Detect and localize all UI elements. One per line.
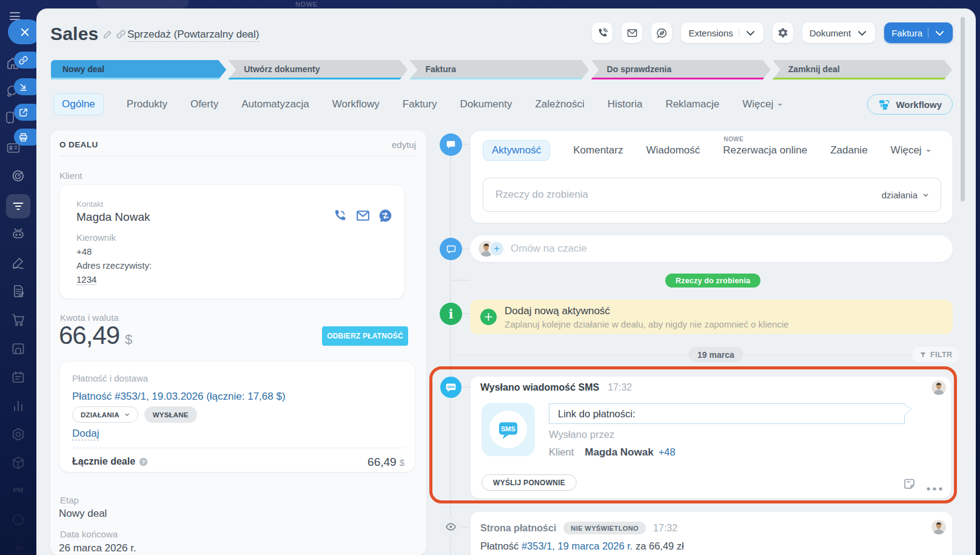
dzialania-dropdown[interactable]: działania bbox=[882, 190, 941, 200]
topbar-ghost-button bbox=[96, 0, 189, 8]
contact-name[interactable]: Magda Nowak bbox=[76, 210, 150, 224]
add-activity-banner[interactable]: Dodaj nową aktywność Zaplanuj kolejne dz… bbox=[470, 300, 953, 334]
date-separator[interactable]: 19 marca bbox=[688, 347, 743, 362]
contact-chat-button[interactable] bbox=[378, 208, 393, 223]
extra-icon-2[interactable] bbox=[11, 541, 25, 555]
tab-automatyzacja[interactable]: Automatyzacja bbox=[241, 98, 309, 110]
copy-title-link-icon[interactable] bbox=[116, 29, 126, 39]
filter-button[interactable]: FILTR bbox=[912, 347, 959, 362]
dokument-button[interactable]: Dokument bbox=[802, 22, 875, 43]
chevron-down-icon bbox=[856, 27, 868, 39]
settings-button[interactable] bbox=[773, 22, 793, 43]
stage-utworz-dokumenty[interactable]: Utwórz dokumenty bbox=[228, 60, 408, 79]
chat-lines-icon bbox=[378, 208, 393, 223]
chat-input[interactable] bbox=[511, 235, 941, 262]
collect-payment-button[interactable]: ODBIERZ PŁATNOŚĆ bbox=[322, 326, 408, 346]
cart-icon[interactable] bbox=[11, 312, 25, 327]
faktura-button[interactable]: Faktura bbox=[884, 22, 953, 43]
close-icon bbox=[19, 27, 30, 38]
page-entry-text: Płatność #353/1, 19 marca 2026 r. za 66,… bbox=[480, 540, 684, 552]
target-icon[interactable] bbox=[11, 169, 25, 183]
contact-phone-value[interactable]: +48 bbox=[76, 246, 92, 257]
todo-separator-pill[interactable]: Rzeczy do zrobienia bbox=[665, 274, 760, 288]
contact-email-button[interactable] bbox=[355, 208, 371, 223]
amount-currency: $ bbox=[125, 332, 132, 347]
tab-zaleznosci[interactable]: Zależności bbox=[535, 98, 584, 110]
tab-komentarz[interactable]: Komentarz bbox=[573, 144, 623, 156]
payment-link[interactable]: Płatność #353/1, 19.03.2026 (łącznie: 17… bbox=[72, 391, 286, 403]
dzialania-button[interactable]: DZIAŁANIA bbox=[72, 406, 138, 423]
tab-rezerwacja-online[interactable]: NOWERezerwacja online bbox=[723, 144, 807, 156]
stage-faktura[interactable]: Faktura bbox=[409, 60, 589, 79]
resend-button[interactable]: WYŚLIJ PONOWNIE bbox=[482, 474, 577, 491]
tab-zadanie[interactable]: Zadanie bbox=[830, 144, 867, 156]
tab-produkty[interactable]: Produkty bbox=[127, 98, 167, 110]
pipeline-selector[interactable]: Sprzedaż (Powtarzalny deal) bbox=[127, 28, 259, 42]
klient-phone-link[interactable]: +48 bbox=[659, 446, 676, 458]
envelope-icon bbox=[626, 27, 638, 39]
scrollbar-thumb[interactable] bbox=[961, 17, 965, 201]
tab-composer-wiecej[interactable]: Więcej bbox=[891, 144, 931, 156]
contract-icon[interactable] bbox=[11, 284, 25, 298]
dzialania-label: DZIAŁANIA bbox=[81, 411, 119, 419]
crm-icon[interactable] bbox=[11, 199, 25, 214]
extra-icon-1[interactable] bbox=[11, 513, 25, 527]
sms-entry-title: Wysłano wiadomość SMS bbox=[480, 382, 599, 393]
todo-input[interactable] bbox=[483, 189, 882, 201]
tab-workflowy[interactable]: Workflowy bbox=[332, 98, 380, 110]
email-button[interactable] bbox=[622, 22, 642, 43]
tab-dokumenty[interactable]: Dokumenty bbox=[460, 98, 512, 110]
storage-icon[interactable] bbox=[11, 341, 25, 356]
add-chat-user-button[interactable]: + bbox=[489, 241, 505, 257]
tab-reklamacje[interactable]: Reklamacje bbox=[665, 98, 719, 110]
tab-faktury[interactable]: Faktury bbox=[403, 98, 437, 110]
tab-wiadomosc[interactable]: Wiadomość bbox=[646, 144, 700, 156]
contact-call-button[interactable] bbox=[332, 208, 347, 223]
tab-historia[interactable]: Historia bbox=[608, 98, 643, 110]
extensions-button[interactable]: Extensions bbox=[681, 22, 763, 43]
payment-actions: DZIAŁANIA WYSŁANE bbox=[72, 406, 197, 423]
robot-icon[interactable] bbox=[11, 227, 25, 241]
pm-item[interactable]: PM bbox=[13, 486, 24, 494]
stage-zamknij-deal[interactable]: Zamknij deal bbox=[773, 60, 952, 79]
edit-link[interactable]: edytuj bbox=[392, 140, 416, 150]
stats-icon[interactable] bbox=[11, 399, 25, 413]
chevron-down-icon bbox=[745, 27, 756, 39]
wyslane-badge: WYSŁANE bbox=[144, 406, 197, 423]
edit-title-icon[interactable] bbox=[102, 29, 113, 39]
call-button[interactable] bbox=[592, 22, 612, 43]
help-icon[interactable]: ? bbox=[139, 457, 148, 466]
banner-title: Dodaj nową aktywność bbox=[505, 305, 610, 317]
payment-date-link[interactable]: 19 marca 2026 r. bbox=[558, 540, 633, 551]
filter-label: FILTR bbox=[930, 351, 952, 359]
workflow-button[interactable]: Workflowy bbox=[867, 94, 953, 115]
chevron-down-icon bbox=[926, 150, 931, 152]
envelope-icon bbox=[355, 208, 371, 223]
stage-do-sprawdzenia[interactable]: Do sprawdzenia bbox=[591, 60, 771, 79]
deal-tabs: Ogólne Produkty Oferty Automatyzacja Wor… bbox=[53, 93, 782, 116]
not-viewed-badge: NIE WYŚWIETLONO bbox=[563, 522, 646, 534]
tab-oferty[interactable]: Oferty bbox=[190, 98, 218, 110]
note-button[interactable] bbox=[903, 477, 916, 490]
tab-wiecej[interactable]: Więcej bbox=[742, 98, 782, 110]
hexagon-icon[interactable] bbox=[11, 427, 25, 442]
sign-icon[interactable] bbox=[11, 255, 25, 270]
chevron-down-icon bbox=[922, 192, 929, 198]
stage-underline bbox=[409, 78, 583, 79]
more-actions-button[interactable] bbox=[927, 482, 942, 486]
klient-name[interactable]: Magda Nowak bbox=[585, 446, 653, 459]
comment-icon bbox=[446, 140, 456, 150]
header-actions: Extensions Dokument Faktura bbox=[592, 22, 953, 43]
dodaj-link[interactable]: Dodaj bbox=[72, 428, 99, 440]
chat-button[interactable] bbox=[651, 22, 672, 43]
address-value[interactable]: 1234 bbox=[76, 274, 96, 285]
calendar-icon[interactable] bbox=[11, 370, 25, 385]
chat-marker-icon bbox=[440, 238, 462, 260]
bubble-tail bbox=[904, 404, 912, 415]
tab-aktywnosc[interactable]: Aktywność bbox=[483, 140, 550, 161]
stage-nowy-deal[interactable]: Nowy deal bbox=[51, 60, 226, 79]
package-icon[interactable] bbox=[11, 456, 25, 470]
tab-ogolne[interactable]: Ogólne bbox=[53, 93, 104, 115]
about-deal-card: O DEALU edytuj Klient Kontakt Magda Nowa… bbox=[50, 130, 426, 555]
payment-number-link[interactable]: #353/1, bbox=[522, 540, 555, 551]
